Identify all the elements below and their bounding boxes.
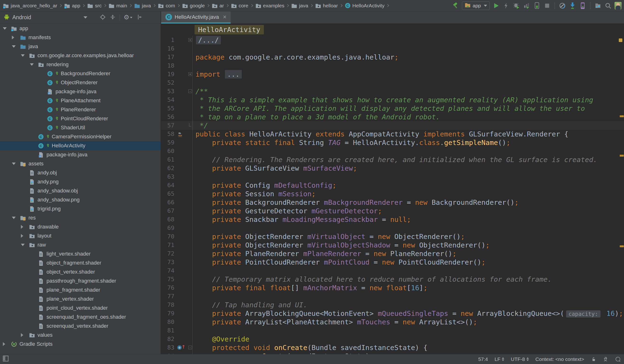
highlighting-level-icon[interactable]: [603, 356, 608, 362]
tree-item[interactable]: passthrough_fragment.shader: [0, 276, 161, 286]
code-line[interactable]: 81: [161, 326, 624, 335]
tool-windows-icon[interactable]: [2, 355, 9, 363]
tree-expand-arrow[interactable]: [21, 244, 29, 246]
fold-marker[interactable]: +: [189, 36, 193, 44]
tree-item[interactable]: object_vertex.shader: [0, 267, 161, 276]
avd-manager-icon[interactable]: [579, 2, 587, 9]
tree-item[interactable]: Jpackage-info.java: [0, 87, 161, 96]
code-line[interactable]: 78 // Tap handling and UI.: [161, 301, 624, 309]
run-on-device-icon[interactable]: [533, 2, 541, 9]
caret-position[interactable]: 57:4: [478, 356, 488, 362]
run-configuration-selector[interactable]: app: [462, 1, 490, 10]
code-line[interactable]: 80 private ArrayList<PlaneAttachment> mT…: [161, 318, 624, 326]
line-separator-selector[interactable]: LF: [495, 356, 504, 362]
tree-expand-arrow[interactable]: [12, 45, 20, 48]
code-line[interactable]: 79 private ArrayBlockingQueue<MotionEven…: [161, 309, 624, 318]
tree-item[interactable]: CPointCloudRenderer: [0, 114, 161, 123]
code-line[interactable]: 65 private Session mSession;: [161, 190, 624, 198]
breadcrumb-item[interactable]: CHelloArActivity: [345, 3, 384, 8]
code-line[interactable]: 77: [161, 292, 624, 301]
code-line[interactable]: 19+import ...: [161, 70, 624, 78]
tree-item[interactable]: values: [0, 331, 161, 339]
tree-item[interactable]: trigrid.png: [0, 204, 161, 213]
tree-item[interactable]: andy.png: [0, 177, 161, 186]
tree-item[interactable]: CCameraPermissionHelper: [0, 132, 161, 141]
code-editor[interactable]: 1+/.../1617package com.google.ar.core.ex…: [161, 36, 624, 354]
breadcrumb-item[interactable]: java: [134, 3, 151, 9]
inspection-status-indicator[interactable]: [619, 38, 622, 42]
search-everywhere-icon[interactable]: [604, 2, 612, 9]
panel-settings-button[interactable]: ⚙: [124, 14, 132, 21]
code-line[interactable]: 71 private ObjectRenderer mVirtualObject…: [161, 241, 624, 249]
code-line[interactable]: 17package com.google.ar.core.examples.ja…: [161, 53, 624, 61]
tree-item[interactable]: Gradle Scripts: [0, 339, 161, 349]
lock-icon[interactable]: [591, 357, 596, 362]
tree-item[interactable]: screenquad_vertex.shader: [0, 321, 161, 331]
code-line[interactable]: 52: [161, 78, 624, 87]
tree-item[interactable]: CObjectRenderer: [0, 78, 161, 87]
breadcrumb-item[interactable]: ar: [212, 3, 224, 9]
tab-helloaractivity[interactable]: C HelloArActivity.java ×: [161, 11, 231, 24]
breadcrumb-item[interactable]: java: [291, 3, 308, 9]
tree-item[interactable]: plane_fragment.shader: [0, 286, 161, 294]
override-gutter-icon[interactable]: o↑: [177, 343, 189, 352]
debug-button[interactable]: [513, 2, 520, 9]
code-line[interactable]: 58<>public class HelloArActivity extends…: [161, 130, 624, 138]
project-structure-icon[interactable]: [594, 2, 602, 9]
user-avatar[interactable]: [615, 2, 622, 9]
tree-item[interactable]: java: [0, 42, 161, 51]
code-line[interactable]: 75 // Temporary matrix allocated here to…: [161, 275, 624, 284]
tree-item[interactable]: manifests: [0, 33, 161, 42]
tree-item[interactable]: light_vertex.shader: [0, 249, 161, 259]
code-line[interactable]: 59 private static final String TAG = Hel…: [161, 138, 624, 147]
code-line[interactable]: 72 private PlaneRenderer mPlaneRenderer …: [161, 249, 624, 258]
tree-item[interactable]: CBackgroundRenderer: [0, 69, 161, 78]
tree-item[interactable]: andy_shadow.obj: [0, 186, 161, 195]
breadcrumb-current-class[interactable]: HelloArActivity: [195, 25, 264, 34]
event-log-icon[interactable]: [615, 356, 621, 362]
code-line[interactable]: 61 // Rendering. The Renderers are creat…: [161, 156, 624, 164]
locate-file-icon[interactable]: [100, 14, 106, 21]
breadcrumb-item[interactable]: examples: [255, 3, 285, 9]
code-line[interactable]: 63: [161, 173, 624, 181]
tree-expand-arrow[interactable]: [30, 63, 38, 66]
breadcrumb-item[interactable]: app: [64, 3, 80, 9]
tree-item[interactable]: Jpackage-info.java: [0, 150, 161, 159]
tree-item[interactable]: andy.obj: [0, 168, 161, 177]
code-line[interactable]: 70 private ObjectRenderer mVirtualObject…: [161, 232, 624, 241]
breadcrumb-item[interactable]: core: [231, 3, 248, 9]
tree-item[interactable]: CShaderUtil: [0, 123, 161, 132]
code-line[interactable]: 55 * the ARCore API. The application wil…: [161, 104, 624, 113]
breadcrumb-item[interactable]: helloar: [315, 3, 338, 9]
collapse-all-icon[interactable]: [110, 14, 116, 21]
code-line[interactable]: 53-/**: [161, 87, 624, 96]
tree-expand-arrow[interactable]: [12, 217, 20, 219]
gradle-sync-icon[interactable]: [559, 2, 566, 9]
code-line[interactable]: 83o↑- protected void onCreate(Bundle sav…: [161, 343, 624, 352]
code-line[interactable]: 67 private GestureDetector mGestureDetec…: [161, 207, 624, 215]
code-line[interactable]: 1+/.../: [161, 36, 624, 44]
build-hammer-icon[interactable]: [452, 2, 459, 9]
tree-item[interactable]: rendering: [0, 60, 161, 69]
close-icon[interactable]: ×: [223, 14, 227, 20]
fold-marker[interactable]: [189, 121, 193, 130]
tree-expand-arrow[interactable]: [3, 27, 11, 30]
tree-item[interactable]: CHelloArActivity: [0, 141, 161, 150]
tree-item[interactable]: assets: [0, 159, 161, 168]
code-line[interactable]: 54 * This is a simple example that shows…: [161, 96, 624, 104]
code-line[interactable]: 66 private BackgroundRenderer mBackgroun…: [161, 198, 624, 207]
tree-item[interactable]: CPlaneRenderer: [0, 105, 161, 114]
code-line[interactable]: 74: [161, 266, 624, 275]
hide-panel-icon[interactable]: [136, 14, 142, 21]
tree-expand-arrow[interactable]: [21, 333, 29, 337]
breadcrumb-item[interactable]: main: [108, 3, 127, 9]
tree-item[interactable]: point_cloud_vertex.shader: [0, 304, 161, 312]
error-stripe-mark[interactable]: [620, 115, 624, 117]
code-line[interactable]: 76 private final float[] mAnchorMatrix =…: [161, 284, 624, 292]
tree-item[interactable]: app: [0, 24, 161, 33]
tree-expand-arrow[interactable]: [12, 162, 20, 165]
tree-item[interactable]: drawable: [0, 222, 161, 231]
profiler-button[interactable]: [523, 2, 530, 9]
breadcrumb-item[interactable]: com: [158, 3, 175, 9]
component-gutter-icon[interactable]: <>: [177, 130, 189, 138]
